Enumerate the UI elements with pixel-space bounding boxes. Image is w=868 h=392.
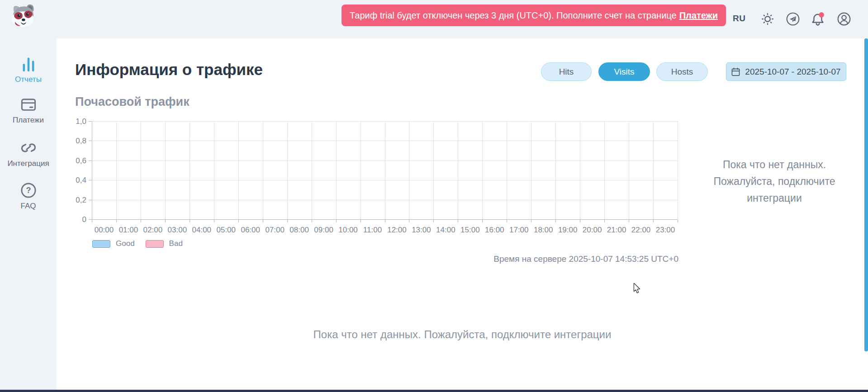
y-tick bbox=[89, 161, 92, 161]
v-gridline bbox=[482, 121, 483, 219]
sidebar-item-payments[interactable]: Платежи bbox=[0, 96, 57, 125]
x-axis-label: 20:00 bbox=[580, 226, 604, 235]
telegram-icon bbox=[786, 12, 800, 26]
no-data-message-side: Пока что нет данных. Пожалуйста, подключ… bbox=[693, 156, 856, 207]
x-axis-label: 18:00 bbox=[531, 226, 555, 235]
v-gridline bbox=[238, 121, 239, 219]
x-tick bbox=[531, 220, 531, 222]
v-gridline bbox=[433, 121, 434, 219]
x-axis-label: 23:00 bbox=[653, 226, 678, 235]
x-axis-label: 16:00 bbox=[482, 226, 507, 235]
bar-chart-icon bbox=[20, 56, 37, 72]
x-tick bbox=[604, 220, 605, 222]
v-gridline bbox=[360, 121, 361, 219]
y-axis-label: 0,8 bbox=[66, 137, 86, 146]
x-tick bbox=[653, 220, 654, 222]
x-axis-label: 07:00 bbox=[263, 226, 287, 235]
theme-toggle-button[interactable] bbox=[761, 12, 774, 26]
v-gridline bbox=[214, 121, 214, 219]
v-gridline bbox=[312, 121, 312, 219]
section-title: Почасовой трафик bbox=[75, 95, 190, 109]
legend-label: Good bbox=[116, 239, 135, 248]
x-axis-label: 11:00 bbox=[360, 226, 385, 235]
y-tick bbox=[89, 200, 92, 200]
tab-visits[interactable]: Visits bbox=[598, 62, 650, 81]
chart-legend: GoodBad bbox=[92, 239, 183, 248]
question-circle-icon: ? bbox=[20, 182, 37, 198]
sidebar-item-reports[interactable]: Отчеты bbox=[0, 56, 57, 84]
x-tick bbox=[678, 220, 678, 222]
date-range-value: 2025-10-07 - 2025-10-07 bbox=[745, 67, 840, 77]
hourly-traffic-chart: 1,00,80,60,40,2000:0001:0002:0003:0004:0… bbox=[92, 121, 678, 219]
sidebar-item-integration[interactable]: Интеграция bbox=[0, 140, 57, 168]
y-tick bbox=[89, 180, 92, 180]
server-time: Время на сервере 2025-10-07 14:53:25 UTC… bbox=[407, 254, 678, 264]
tab-hosts[interactable]: Hosts bbox=[656, 62, 708, 81]
y-tick bbox=[89, 121, 92, 122]
x-axis-label: 03:00 bbox=[165, 226, 190, 235]
x-tick bbox=[190, 220, 190, 222]
x-axis-label: 05:00 bbox=[214, 226, 238, 235]
x-axis-label: 08:00 bbox=[287, 226, 312, 235]
sun-icon bbox=[761, 12, 774, 26]
x-tick bbox=[385, 220, 385, 222]
v-gridline bbox=[555, 121, 556, 219]
notifications-button[interactable] bbox=[811, 12, 825, 26]
x-tick bbox=[433, 220, 434, 222]
profile-button[interactable] bbox=[837, 12, 851, 26]
x-tick bbox=[555, 220, 556, 222]
x-axis-label: 17:00 bbox=[507, 226, 531, 235]
x-tick bbox=[263, 220, 263, 222]
x-axis-label: 02:00 bbox=[141, 226, 165, 235]
x-axis-label: 01:00 bbox=[116, 226, 141, 235]
x-axis-label: 19:00 bbox=[555, 226, 580, 235]
date-range-picker[interactable]: 2025-10-07 - 2025-10-07 bbox=[726, 62, 846, 81]
sidebar-item-faq[interactable]: ? FAQ bbox=[0, 182, 57, 211]
credit-card-icon bbox=[20, 96, 37, 113]
v-gridline bbox=[287, 121, 288, 219]
mouse-cursor bbox=[633, 283, 641, 294]
v-gridline bbox=[336, 121, 337, 219]
legend-label: Bad bbox=[169, 239, 183, 248]
x-axis-label: 09:00 bbox=[312, 226, 336, 235]
x-axis-label: 22:00 bbox=[629, 226, 653, 235]
x-tick bbox=[165, 220, 166, 222]
sidebar-item-label: Отчеты bbox=[15, 75, 42, 84]
v-gridline bbox=[409, 121, 409, 219]
trial-alert-text: Тариф trial будет отключен через 3 дня (… bbox=[350, 10, 677, 21]
x-axis-label: 21:00 bbox=[604, 226, 629, 235]
language-switcher[interactable]: RU bbox=[733, 14, 745, 24]
bell-icon bbox=[811, 12, 825, 26]
v-gridline bbox=[629, 121, 629, 219]
legend-swatch bbox=[146, 240, 164, 248]
page-title: Информация о трафике bbox=[75, 61, 263, 79]
x-axis-label: 00:00 bbox=[92, 226, 116, 235]
tab-hits[interactable]: Hits bbox=[541, 62, 592, 81]
v-gridline bbox=[653, 121, 654, 219]
scrollbar-thumb[interactable] bbox=[864, 38, 868, 351]
x-tick bbox=[238, 220, 239, 222]
chart-y-axis bbox=[92, 121, 92, 219]
x-axis-label: 04:00 bbox=[190, 226, 214, 235]
app-page: Тариф trial будет отключен через 3 дня (… bbox=[0, 0, 868, 392]
x-axis-label: 10:00 bbox=[336, 226, 360, 235]
v-gridline bbox=[385, 121, 385, 219]
sidebar-item-label: FAQ bbox=[20, 202, 36, 211]
y-tick bbox=[89, 219, 92, 220]
telegram-button[interactable] bbox=[786, 12, 800, 26]
x-tick bbox=[312, 220, 312, 222]
v-gridline bbox=[580, 121, 580, 219]
v-gridline bbox=[165, 121, 166, 219]
x-axis-label: 13:00 bbox=[409, 226, 433, 235]
sidebar: Отчеты Платежи Интеграция ? FAQ bbox=[0, 38, 57, 390]
x-tick bbox=[116, 220, 117, 222]
bottom-edge-bar bbox=[0, 390, 868, 392]
x-axis-label: 12:00 bbox=[385, 226, 409, 235]
payments-link[interactable]: Платежи bbox=[679, 10, 718, 21]
x-tick bbox=[507, 220, 507, 222]
profile-icon bbox=[837, 12, 851, 26]
y-tick bbox=[89, 141, 92, 141]
sidebar-item-label: Платежи bbox=[13, 116, 44, 125]
raccoon-logo[interactable] bbox=[10, 4, 36, 29]
x-tick bbox=[141, 220, 141, 222]
